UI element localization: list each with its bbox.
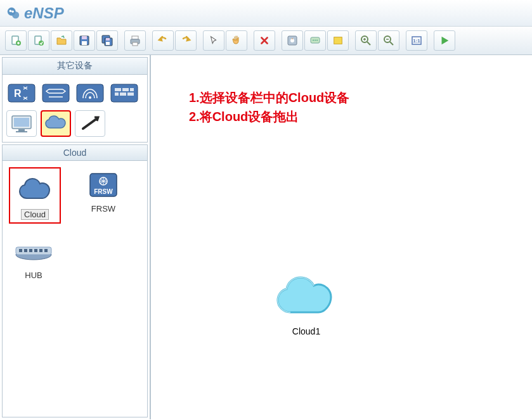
svg-rect-43 [18, 129, 25, 131]
category-router-icon[interactable]: R [6, 80, 37, 106]
canvas-device-label: Cloud1 [292, 326, 320, 336]
device-cloud-label: Cloud [21, 209, 49, 220]
annotation-line2: 2.将Cloud设备拖出 [189, 107, 349, 126]
category-connection-icon[interactable] [75, 110, 105, 137]
frsw-icon: FRSW [84, 167, 123, 201]
category-pc-icon[interactable] [6, 110, 37, 137]
svg-rect-44 [16, 131, 27, 132]
svg-rect-24 [334, 37, 342, 44]
start-button[interactable] [434, 30, 455, 51]
svg-point-22 [315, 40, 316, 41]
svg-rect-29 [8, 84, 35, 102]
svg-rect-53 [34, 249, 37, 252]
save-all-button[interactable] [96, 30, 118, 51]
print-button[interactable] [124, 30, 146, 51]
svg-rect-39 [120, 92, 126, 96]
canvas-device-cloud1[interactable]: Cloud1 [271, 270, 341, 336]
folder-open-button[interactable] [51, 30, 72, 51]
svg-text:FRSW: FRSW [94, 188, 113, 195]
device-categories-panel: 其它设备 R [2, 57, 148, 143]
category-firewall-icon[interactable] [109, 80, 139, 106]
svg-point-21 [313, 40, 314, 41]
app-logo-icon [6, 6, 20, 20]
redo-button[interactable] [175, 30, 197, 51]
device-hub-label: HUB [25, 270, 42, 280]
cloud-device-icon [271, 270, 341, 324]
comment-button[interactable] [304, 30, 326, 51]
svg-rect-37 [130, 88, 134, 91]
svg-rect-51 [24, 249, 27, 252]
zoom-in-button[interactable] [355, 30, 377, 51]
svg-rect-14 [106, 42, 110, 45]
rectangle-button[interactable] [327, 30, 349, 51]
hub-icon [14, 234, 53, 268]
zoom-out-button[interactable] [378, 30, 399, 51]
svg-text:R: R [14, 88, 22, 99]
annotation-text: 1.选择设备栏中的Cloud设备 2.将Cloud设备拖出 [189, 88, 349, 126]
svg-rect-50 [19, 249, 22, 252]
undo-button[interactable] [152, 30, 174, 51]
svg-rect-38 [115, 92, 119, 96]
delete-button[interactable] [254, 30, 275, 51]
svg-rect-42 [14, 118, 29, 127]
svg-rect-40 [127, 92, 134, 96]
svg-rect-10 [82, 41, 87, 45]
svg-point-33 [89, 96, 91, 99]
category-cloud-icon[interactable] [41, 110, 71, 137]
device-frsw[interactable]: FRSW FRSW [79, 167, 128, 224]
svg-rect-52 [29, 249, 32, 252]
svg-rect-36 [122, 88, 129, 91]
svg-rect-54 [39, 249, 42, 252]
svg-rect-13 [106, 38, 110, 41]
config-button[interactable] [282, 30, 303, 51]
device-frsw-label: FRSW [91, 204, 115, 213]
device-cloud[interactable]: Cloud [9, 167, 61, 224]
svg-rect-32 [77, 84, 103, 102]
devices-panel: Cloud Cloud FRSW FRSW [2, 144, 148, 417]
category-wireless-icon[interactable] [75, 80, 105, 106]
svg-rect-35 [115, 88, 121, 91]
svg-rect-55 [44, 249, 48, 252]
svg-rect-15 [132, 36, 138, 39]
svg-rect-17 [133, 42, 138, 46]
new-file-button[interactable] [5, 30, 27, 51]
svg-text:1:1: 1:1 [413, 38, 420, 44]
svg-point-23 [316, 40, 318, 41]
save-button[interactable] [74, 30, 95, 51]
cloud-icon [15, 172, 55, 207]
svg-point-3 [11, 10, 14, 13]
devices-title: Cloud [3, 145, 147, 161]
category-switch-icon[interactable] [41, 80, 71, 106]
open-file-button[interactable] [28, 30, 49, 51]
categories-title: 其它设备 [3, 58, 147, 75]
fit-button[interactable]: 1:1 [406, 30, 427, 51]
title-bar: eNSP [0, 0, 532, 27]
annotation-line1: 1.选择设备栏中的Cloud设备 [189, 88, 349, 107]
sidebar: 其它设备 R [0, 55, 151, 419]
svg-point-2 [10, 10, 12, 12]
canvas[interactable]: 1.选择设备栏中的Cloud设备 2.将Cloud设备拖出 Cloud1 [151, 55, 532, 419]
svg-rect-9 [82, 36, 87, 39]
select-button[interactable] [203, 30, 224, 51]
main-area: 其它设备 R [0, 55, 532, 419]
app-title: eNSP [24, 4, 64, 22]
toolbar: 1:1 [0, 27, 532, 55]
pan-button[interactable] [226, 30, 247, 51]
device-hub[interactable]: HUB [9, 234, 58, 280]
